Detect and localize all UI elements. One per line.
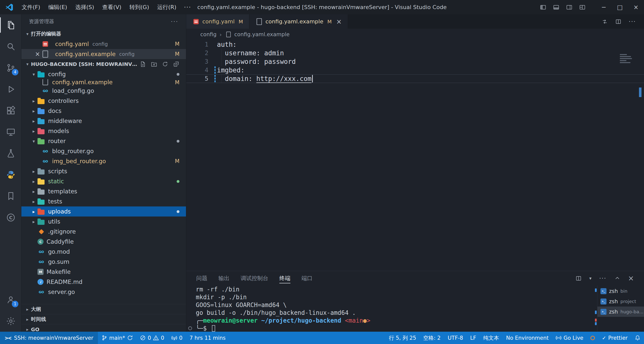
breadcrumb-file[interactable]: config.yaml.example [234, 31, 290, 37]
panel-tab-端口[interactable]: 端口 [301, 271, 313, 285]
chevron-right-icon[interactable]: ▸ [30, 209, 37, 214]
terminal-input-line[interactable]: ╰─$ [186, 324, 594, 332]
activity-remote-explorer[interactable] [0, 121, 21, 143]
chevron-right-icon[interactable]: ▸ [30, 179, 37, 184]
code-line[interactable]: 3 password: password [186, 57, 644, 66]
menu-查看(V)[interactable]: 查看(V) [98, 4, 125, 11]
toggle-secondary-sidebar-icon[interactable] [566, 4, 573, 11]
activity-source-control[interactable]: 4 [0, 57, 21, 78]
tree-file-.gitignore[interactable]: .gitignore [21, 227, 186, 237]
tree-file-load_config.go[interactable]: GOload_config.go [21, 86, 186, 96]
tab-config-yaml-example[interactable]: config.yaml.example M × [249, 14, 348, 29]
tree-folder-static[interactable]: ▸static [21, 176, 186, 186]
indentation-item[interactable]: 空格: 2 [420, 332, 444, 344]
panel-more-actions-icon[interactable]: ··· [599, 275, 607, 282]
panel-tab-输出[interactable]: 输出 [218, 271, 230, 285]
code-line[interactable]: 2 username: admin [186, 49, 644, 57]
tree-folder-router[interactable]: ▾router [21, 136, 186, 146]
open-editor-config-yaml-example[interactable]: × config.yaml.example config M [21, 49, 186, 59]
code-line[interactable]: 4imgbed: [186, 66, 644, 74]
tree-folder-templates[interactable]: ▸templates [21, 186, 186, 196]
cursor-position-item[interactable]: 行 5, 列 25 [385, 332, 420, 344]
close-window-button[interactable]: × [628, 0, 644, 14]
go-section[interactable]: ▸ GO [21, 324, 186, 332]
refresh-icon[interactable] [162, 61, 168, 67]
wakatime-item[interactable]: 7 hrs 11 mins [186, 332, 229, 344]
tree-file-img_bed_router.go[interactable]: GOimg_bed_router.goM [21, 156, 186, 166]
problems-item[interactable]: 0 0 [136, 332, 168, 344]
chevron-right-icon[interactable]: ▸ [30, 169, 37, 174]
tree-file-go.mod[interactable]: GOgo.mod [21, 247, 186, 257]
menu-选择(S)[interactable]: 选择(S) [71, 4, 98, 11]
tree-folder-config[interactable]: ▾config [21, 69, 186, 79]
tree-file-Caddyfile[interactable]: CCaddyfile [21, 237, 186, 247]
breadcrumb-folder[interactable]: config [200, 31, 216, 37]
sidebar-more-icon[interactable]: ··· [171, 18, 178, 25]
prettier-item[interactable]: ✓ Prettier [598, 332, 631, 344]
activity-accounts[interactable]: 1 [0, 289, 21, 310]
chevron-right-icon[interactable]: ▸ [30, 128, 37, 134]
activity-explorer[interactable] [0, 14, 21, 36]
tree-folder-tests[interactable]: ▸tests [21, 196, 186, 206]
panel-tab-终端[interactable]: 终端 [279, 271, 290, 285]
terminal-session-bin[interactable]: >_zshbin [597, 286, 644, 296]
chevron-right-icon[interactable]: ▸ [30, 189, 37, 194]
code-link[interactable]: http://xxx.com [256, 75, 312, 82]
activity-settings[interactable] [0, 310, 21, 332]
menu-转到(G)[interactable]: 转到(G) [125, 4, 153, 11]
activity-search[interactable] [0, 36, 21, 57]
minimize-button[interactable]: ─ [596, 0, 612, 14]
toggle-panel-icon[interactable] [553, 4, 559, 11]
panel-tab-调试控制台[interactable]: 调试控制台 [241, 271, 268, 285]
tree-file-server.go[interactable]: GOserver.go [21, 287, 186, 297]
activity-testing[interactable] [0, 143, 21, 164]
terminal-session-project[interactable]: >_zshproject [597, 296, 644, 307]
notifications-item[interactable] [631, 332, 644, 344]
activity-bookmarks[interactable] [0, 185, 21, 207]
code-line[interactable]: 5 domain: http://xxx.com [186, 74, 644, 83]
maximize-panel-icon[interactable] [614, 275, 621, 282]
new-folder-icon[interactable] [151, 61, 157, 67]
open-changes-icon[interactable] [601, 18, 608, 25]
tree-file-go.sum[interactable]: GOgo.sum [21, 257, 186, 267]
tree-folder-middleware[interactable]: ▸middleware [21, 116, 186, 126]
chevron-down-icon[interactable]: ▾ [30, 139, 37, 144]
tree-folder-scripts[interactable]: ▸scripts [21, 166, 186, 176]
git-branch-item[interactable]: main* [98, 332, 136, 344]
tree-folder-docs[interactable]: ▸docs [21, 106, 186, 116]
python-env-item[interactable]: No Environment [503, 332, 552, 344]
terminal-layout-icon[interactable] [575, 275, 582, 282]
more-actions-icon[interactable]: ··· [629, 18, 636, 25]
encoding-item[interactable]: UTF-8 [444, 332, 467, 344]
open-editors-header[interactable]: ▾ 打开的编辑器 [21, 29, 186, 39]
maximize-button[interactable]: □ [612, 0, 628, 14]
language-mode-item[interactable]: 纯文本 [480, 332, 503, 344]
menu-文件(F)[interactable]: 文件(F) [18, 4, 44, 11]
terminal-session-hugo-ba...[interactable]: >_zshhugo-ba... [597, 307, 644, 317]
ports-item[interactable]: 0 [168, 332, 186, 344]
customize-layout-icon[interactable] [579, 4, 586, 11]
terminal[interactable]: rm -rf ./binmkdir -p ./binGOOS=linux GOA… [186, 285, 594, 332]
tree-file-Makefile[interactable]: MMakefile [21, 267, 186, 277]
chevron-down-icon[interactable]: ▾ [589, 276, 592, 281]
minimap[interactable] [620, 54, 633, 64]
menu-编辑(E)[interactable]: 编辑(E) [44, 4, 71, 11]
close-icon[interactable]: × [33, 51, 42, 58]
workspace-header[interactable]: ▾ HUGO-BACKEND [SSH: MEOWRAINVMWARE... [21, 59, 186, 69]
activity-extensions[interactable] [0, 100, 21, 121]
code-line[interactable]: 1auth: [186, 40, 644, 49]
toggle-sidebar-icon[interactable] [540, 4, 546, 11]
timeline-section[interactable]: ▸ 时间线 [21, 314, 186, 324]
activity-c-extension[interactable]: C [0, 207, 21, 228]
chevron-right-icon[interactable]: ▸ [30, 118, 37, 124]
tree-folder-uploads[interactable]: ▸uploads [21, 206, 186, 217]
collapse-all-icon[interactable] [173, 61, 179, 67]
chevron-right-icon[interactable]: ▸ [30, 219, 37, 224]
go-live-item[interactable]: Go Live [552, 332, 587, 344]
tree-folder-utils[interactable]: ▸utils [21, 217, 186, 227]
menu-overflow-icon[interactable]: ··· [180, 4, 195, 11]
chevron-right-icon[interactable]: ▸ [30, 98, 37, 104]
close-panel-icon[interactable]: × [628, 274, 634, 282]
tree-file-config.yaml.example[interactable]: config.yaml.exampleM [21, 79, 186, 86]
split-editor-icon[interactable] [615, 18, 622, 25]
